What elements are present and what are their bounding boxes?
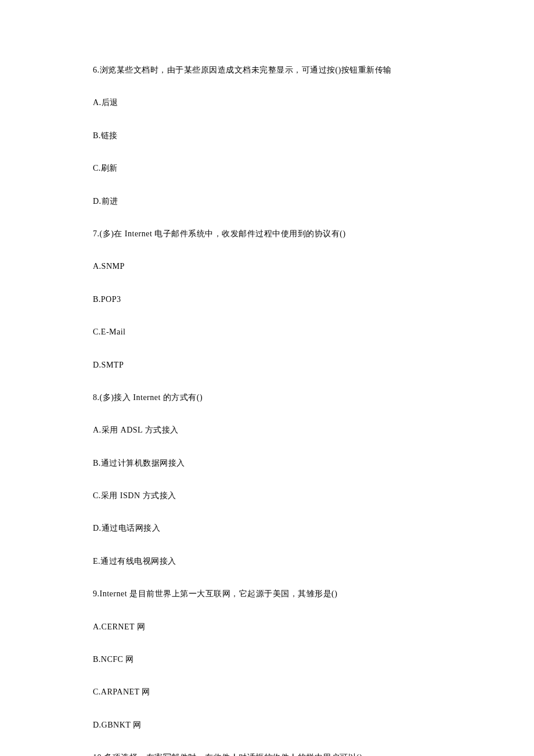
question-7-stem: 7.(多)在 Internet 电子邮件系统中，收发邮件过程中使用到的协议有()	[93, 228, 441, 240]
question-7-option-d: D.SMTP	[93, 359, 441, 372]
question-7-option-b: B.POP3	[93, 293, 441, 306]
question-10-stem: 10.多项选择：在寄写邮件时，在收件人对话框的收件人的栏中用户可以()	[93, 751, 441, 756]
question-8-option-d: D.通过电话网接入	[93, 522, 441, 535]
question-6-stem: 6.浏览某些文档时，由于某些原因造成文档未完整显示，可通过按()按钮重新传输	[93, 64, 441, 77]
question-6-option-c: C.刷新	[93, 162, 441, 175]
question-6-option-b: B.链接	[93, 129, 441, 142]
question-8-option-b: B.通过计算机数据网接入	[93, 457, 441, 470]
question-8-stem: 8.(多)接入 Internet 的方式有()	[93, 391, 441, 404]
question-8-option-e: E.通过有线电视网接入	[93, 555, 441, 568]
question-9-option-a: A.CERNET 网	[93, 621, 441, 633]
question-7-option-c: C.E-Mail	[93, 326, 441, 339]
question-6-option-a: A.后退	[93, 96, 441, 109]
question-9-option-c: C.ARPANET 网	[93, 686, 441, 699]
question-9-option-d: D.GBNKT 网	[93, 719, 441, 732]
question-9-option-b: B.NCFC 网	[93, 653, 441, 666]
question-7-option-a: A.SNMP	[93, 260, 441, 273]
question-6-option-d: D.前进	[93, 195, 441, 208]
document-page: 6.浏览某些文档时，由于某些原因造成文档未完整显示，可通过按()按钮重新传输 A…	[0, 0, 534, 756]
question-9-stem: 9.Internet 是目前世界上第一大互联网，它起源于美国，其雏形是()	[93, 588, 441, 600]
question-8-option-a: A.采用 ADSL 方式接入	[93, 424, 441, 437]
question-8-option-c: C.采用 ISDN 方式接入	[93, 489, 441, 502]
